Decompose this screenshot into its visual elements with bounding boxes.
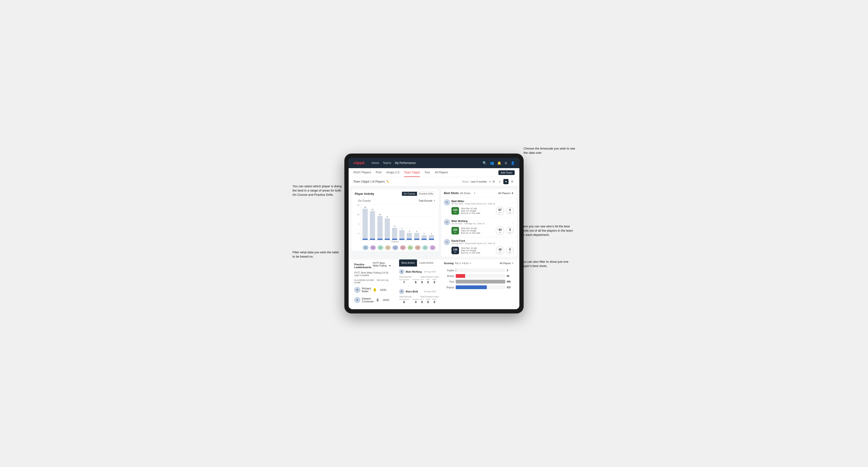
best-shots-toggle[interactable]: All Shots [460,192,470,195]
nav-teams[interactable]: Teams [383,161,391,165]
tablet-frame: clippd Home Teams My Performance 🔍 👥 🔔 ⊕… [344,154,524,313]
bar[interactable] [399,230,404,240]
all-players-dropdown[interactable]: All Players ▼ [498,192,514,195]
bar-group: 2 [428,204,434,240]
sub-nav-tour[interactable]: Tour [425,168,430,177]
add-circle-icon[interactable]: ⊕ [504,161,507,165]
practice-drills-toggle[interactable]: Practice Drills [417,192,435,196]
bar-value-label: 2 [431,232,432,235]
bar[interactable] [385,218,390,240]
shot-text: Shot Dist: 16 ydsStart Lie: RoughEnd Lie… [461,247,494,254]
bar[interactable] [414,233,420,240]
score-badge-num: 200 [453,228,457,231]
y-5: 5 [355,223,360,225]
player-shot-card[interactable]: BBlair McHarg23 Jul 2023 · Ashridge GC, … [441,217,517,237]
bar-inner [399,239,404,240]
team-name: Team Clippd | 14 Players [353,180,385,183]
player-shot-card[interactable]: MMatt Miller09 Jun 2023 · Royal North De… [441,197,517,217]
score-badge-sub: SG [454,231,456,233]
nav-home[interactable]: Home [371,161,379,165]
y-15: 15 [355,204,360,206]
time-filter-select[interactable]: Last 3 months [470,180,487,183]
player-shot-card[interactable]: DDavid Ford24 Aug 2023 · Royal North Dev… [441,237,517,257]
course-toggle-group: On Course Practice Drills [402,191,435,196]
scoring-filter-arrow: ▼ [469,262,471,264]
total-rounds-filter[interactable]: Total Rounds ▼ [418,199,435,202]
rounds-col-label-tournament: Tournament [399,279,409,281]
filter-dropdown-arrow: ▼ [433,199,435,202]
sub-nav-pgat[interactable]: PGAT Players [353,168,371,177]
scoring-bar [456,269,456,272]
bar-group: 3 [413,204,420,240]
bar[interactable] [392,228,397,240]
sub-nav-team-clippd[interactable]: Team Clippd [404,168,420,177]
score-badge-num: 200 [453,209,457,211]
rounds-col-practice: Practice6 [412,279,419,284]
scoring-filter[interactable]: Par 3, 4 & 5s ▼ [455,262,471,264]
activity-person-date: 02 Sep 2023 [424,290,436,293]
total-rounds-title: Total Rounds [399,295,419,298]
add-team-button[interactable]: Add Team [498,170,515,175]
most-active-tab[interactable]: Most Active [399,259,417,267]
practice-col-app: APP0 [426,279,430,284]
activity-person: RRees Britt02 Sep 2023Total RoundsTourna… [396,286,439,306]
left-column: Player Activity On Course Practice Drill… [351,189,439,257]
sub-nav-hcaps[interactable]: Hcaps 1-5 [386,168,399,177]
view-icons: ⊞ ≡ ♥ ⚙ [491,179,515,184]
edit-icon[interactable]: ✏️ [386,180,390,183]
rounds-col-tournament: Tournament7 [399,279,409,284]
bar-inner [422,239,427,240]
people-icon[interactable]: 👥 [490,161,494,165]
shot-details: 198SGShot Dist: 16 ydsStart Lie: RoughEn… [452,246,514,255]
annotation-right-mid: Here you can see who's hit the best shot… [521,224,576,237]
bar[interactable] [429,235,434,240]
nav-items: Home Teams My Performance [371,161,415,165]
list-view-icon[interactable]: ≡ [497,179,502,184]
rounds-col-val-tournament: 7 [403,281,405,284]
nav-right: 🔍 👥 🔔 ⊕ 👤 [483,161,515,165]
scoring-player-filter[interactable]: All Players ▼ [500,262,514,264]
dropdown-arrow-shots: ▼ [474,192,476,194]
drill-select[interactable]: PUTT Must Make Putting ... ▼ [373,262,391,270]
bar-inner [414,239,420,240]
shot-card-header: MMatt Miller09 Jun 2023 · Royal North De… [444,199,514,206]
practice-player-row[interactable]: RRichard Butler119/20110 [351,285,394,295]
bar[interactable] [422,235,427,240]
practice-player-row[interactable]: EEdward Crossman218/20107 [351,295,394,305]
filter-view-icon[interactable]: ⚙ [509,179,515,184]
user-icon[interactable]: 👤 [511,161,515,165]
bar-inner [377,239,382,240]
dist-unit: yds [499,251,501,253]
practice-header: Practice Leaderboards PUTT Must Make Put… [351,259,394,271]
bar[interactable] [370,211,375,240]
grid-view-icon[interactable]: ⊞ [491,179,496,184]
annotation-left-bottom: Filter what data you wish the table to b… [292,250,342,259]
heart-view-icon[interactable]: ♥ [503,179,508,184]
bar[interactable] [363,209,368,240]
practice-pb-avg: 107 [393,299,394,302]
bell-icon[interactable]: 🔔 [497,161,501,165]
rank-badge: 1 [374,288,376,292]
sub-nav-pga[interactable]: PGA [376,168,382,177]
nav-my-performance[interactable]: My Performance [395,161,415,165]
bars-inner: 1312109543322 [362,204,434,240]
avatar-circle: E [423,245,428,250]
activity-person-avatar: R [399,289,404,294]
scoring-player-label: All Players [500,262,511,264]
scoring-row-label: Eagles [444,269,454,272]
on-course-toggle[interactable]: On Course [402,192,417,196]
least-active-tab[interactable]: Least Active [417,259,436,267]
shot-text: Shot Dist: 43 ydsStart Lie: RoughEnd Lie… [461,227,494,234]
activity-person-date: 26 Aug 2023 [424,271,436,273]
bar[interactable] [407,233,412,240]
practice-col-app: APP0 [426,299,430,304]
zero-circle: 0yds [506,227,514,235]
sub-nav-all-players[interactable]: All Players [435,168,448,177]
zero-circle: 0yds [506,207,514,215]
scoring-title: Scoring [444,262,454,264]
bar[interactable] [377,216,382,240]
search-icon[interactable]: 🔍 [483,161,487,165]
practice-col-val-gtt: 0 [421,301,423,304]
chevron-right-icon: › [513,200,514,204]
practice-col-label-arg: ARG [432,299,436,301]
